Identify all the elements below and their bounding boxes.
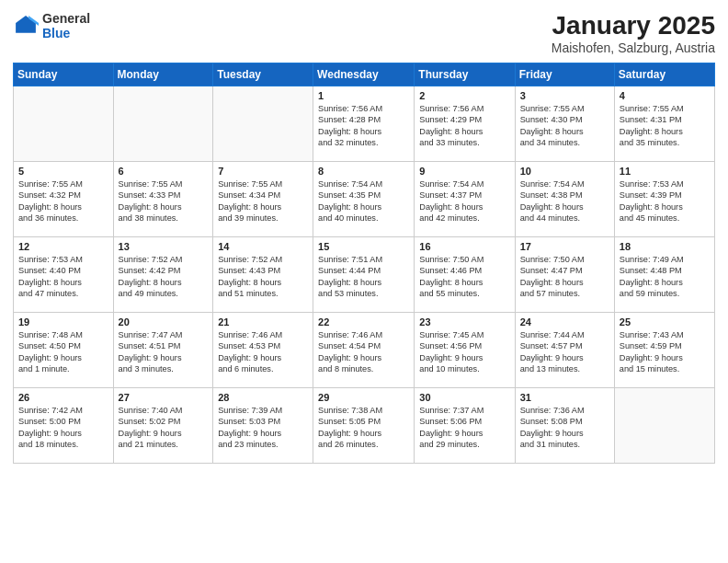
day-info-2-3: Sunrise: 7:51 AM Sunset: 4:44 PM Dayligh…: [318, 254, 409, 300]
calendar-cell-0-2: [213, 86, 313, 162]
header-tuesday: Tuesday: [213, 63, 313, 86]
day-info-3-2: Sunrise: 7:46 AM Sunset: 4:53 PM Dayligh…: [218, 329, 308, 375]
header-thursday: Thursday: [415, 63, 515, 86]
day-info-4-2: Sunrise: 7:39 AM Sunset: 5:03 PM Dayligh…: [218, 405, 308, 451]
day-info-3-5: Sunrise: 7:44 AM Sunset: 4:57 PM Dayligh…: [520, 329, 609, 375]
calendar-cell-0-4: 2Sunrise: 7:56 AM Sunset: 4:29 PM Daylig…: [415, 86, 515, 162]
day-number-2-0: 12: [18, 241, 108, 252]
week-row-2: 12Sunrise: 7:53 AM Sunset: 4:40 PM Dayli…: [14, 237, 715, 313]
day-info-1-3: Sunrise: 7:54 AM Sunset: 4:35 PM Dayligh…: [318, 178, 409, 224]
day-number-3-2: 21: [218, 316, 308, 327]
logo-blue-text: Blue: [42, 26, 90, 40]
day-number-2-6: 18: [620, 241, 710, 252]
day-number-2-2: 14: [218, 241, 308, 252]
calendar-cell-2-6: 18Sunrise: 7:49 AM Sunset: 4:48 PM Dayli…: [614, 237, 714, 313]
calendar-cell-4-5: 31Sunrise: 7:36 AM Sunset: 5:08 PM Dayli…: [515, 388, 614, 464]
title-block: January 2025 Maishofen, Salzburg, Austri…: [552, 11, 715, 55]
calendar-cell-3-2: 21Sunrise: 7:46 AM Sunset: 4:53 PM Dayli…: [213, 313, 313, 388]
header-friday: Friday: [515, 63, 614, 86]
day-number-1-4: 9: [419, 166, 509, 177]
calendar-cell-0-5: 3Sunrise: 7:55 AM Sunset: 4:30 PM Daylig…: [515, 86, 614, 162]
calendar-cell-4-0: 26Sunrise: 7:42 AM Sunset: 5:00 PM Dayli…: [14, 388, 114, 464]
logo: General Blue: [13, 11, 90, 40]
calendar-cell-1-4: 9Sunrise: 7:54 AM Sunset: 4:37 PM Daylig…: [415, 162, 515, 237]
day-number-3-5: 24: [520, 316, 609, 327]
logo-text: General Blue: [42, 11, 90, 40]
day-info-4-0: Sunrise: 7:42 AM Sunset: 5:00 PM Dayligh…: [18, 405, 108, 451]
day-info-0-6: Sunrise: 7:55 AM Sunset: 4:31 PM Dayligh…: [620, 103, 710, 149]
header-sunday: Sunday: [14, 63, 114, 86]
calendar-cell-4-1: 27Sunrise: 7:40 AM Sunset: 5:02 PM Dayli…: [113, 388, 213, 464]
calendar-cell-3-3: 22Sunrise: 7:46 AM Sunset: 4:54 PM Dayli…: [313, 313, 415, 388]
calendar-cell-4-3: 29Sunrise: 7:38 AM Sunset: 5:05 PM Dayli…: [313, 388, 415, 464]
day-info-1-1: Sunrise: 7:55 AM Sunset: 4:33 PM Dayligh…: [119, 178, 209, 224]
header: General Blue January 2025 Maishofen, Sal…: [13, 11, 715, 55]
day-number-2-4: 16: [419, 241, 509, 252]
header-saturday: Saturday: [614, 63, 714, 86]
calendar-cell-0-0: [14, 86, 114, 162]
day-info-3-3: Sunrise: 7:46 AM Sunset: 4:54 PM Dayligh…: [318, 329, 409, 375]
day-info-1-6: Sunrise: 7:53 AM Sunset: 4:39 PM Dayligh…: [620, 178, 710, 224]
day-info-1-2: Sunrise: 7:55 AM Sunset: 4:34 PM Dayligh…: [218, 178, 308, 224]
day-info-2-5: Sunrise: 7:50 AM Sunset: 4:47 PM Dayligh…: [520, 254, 609, 300]
calendar-cell-2-5: 17Sunrise: 7:50 AM Sunset: 4:47 PM Dayli…: [515, 237, 614, 313]
day-number-0-6: 4: [620, 90, 710, 101]
day-info-4-1: Sunrise: 7:40 AM Sunset: 5:02 PM Dayligh…: [119, 405, 209, 451]
day-number-1-6: 11: [620, 166, 710, 177]
day-info-4-3: Sunrise: 7:38 AM Sunset: 5:05 PM Dayligh…: [318, 405, 409, 451]
svg-marker-0: [16, 16, 36, 33]
day-number-4-4: 30: [419, 392, 509, 403]
week-row-3: 19Sunrise: 7:48 AM Sunset: 4:50 PM Dayli…: [14, 313, 715, 388]
calendar-cell-1-3: 8Sunrise: 7:54 AM Sunset: 4:35 PM Daylig…: [313, 162, 415, 237]
week-row-0: 1Sunrise: 7:56 AM Sunset: 4:28 PM Daylig…: [14, 86, 715, 162]
day-number-1-0: 5: [18, 166, 108, 177]
day-number-1-3: 8: [318, 166, 409, 177]
calendar-cell-4-4: 30Sunrise: 7:37 AM Sunset: 5:06 PM Dayli…: [415, 388, 515, 464]
day-number-3-1: 20: [119, 316, 209, 327]
calendar-cell-4-6: [614, 388, 714, 464]
day-number-1-1: 6: [119, 166, 209, 177]
day-info-2-1: Sunrise: 7:52 AM Sunset: 4:42 PM Dayligh…: [119, 254, 209, 300]
calendar-cell-2-0: 12Sunrise: 7:53 AM Sunset: 4:40 PM Dayli…: [14, 237, 114, 313]
day-info-1-0: Sunrise: 7:55 AM Sunset: 4:32 PM Dayligh…: [18, 178, 108, 224]
day-info-4-5: Sunrise: 7:36 AM Sunset: 5:08 PM Dayligh…: [520, 405, 609, 451]
day-info-0-4: Sunrise: 7:56 AM Sunset: 4:29 PM Dayligh…: [419, 103, 509, 149]
calendar-title: January 2025: [552, 11, 715, 40]
calendar-cell-3-5: 24Sunrise: 7:44 AM Sunset: 4:57 PM Dayli…: [515, 313, 614, 388]
calendar-cell-2-2: 14Sunrise: 7:52 AM Sunset: 4:43 PM Dayli…: [213, 237, 313, 313]
calendar-cell-4-2: 28Sunrise: 7:39 AM Sunset: 5:03 PM Dayli…: [213, 388, 313, 464]
day-info-0-3: Sunrise: 7:56 AM Sunset: 4:28 PM Dayligh…: [318, 103, 409, 149]
day-info-3-1: Sunrise: 7:47 AM Sunset: 4:51 PM Dayligh…: [119, 329, 209, 375]
day-number-4-0: 26: [18, 392, 108, 403]
calendar-table: Sunday Monday Tuesday Wednesday Thursday…: [13, 63, 715, 464]
logo-icon: [13, 13, 39, 39]
day-number-4-1: 27: [119, 392, 209, 403]
day-number-0-4: 2: [419, 90, 509, 101]
day-number-2-5: 17: [520, 241, 609, 252]
day-number-4-2: 28: [218, 392, 308, 403]
day-info-2-0: Sunrise: 7:53 AM Sunset: 4:40 PM Dayligh…: [18, 254, 108, 300]
calendar-cell-1-6: 11Sunrise: 7:53 AM Sunset: 4:39 PM Dayli…: [614, 162, 714, 237]
calendar-cell-3-6: 25Sunrise: 7:43 AM Sunset: 4:59 PM Dayli…: [614, 313, 714, 388]
day-number-0-5: 3: [520, 90, 609, 101]
logo-general-text: General: [42, 11, 90, 26]
day-number-4-5: 31: [520, 392, 609, 403]
page: General Blue January 2025 Maishofen, Sal…: [0, 0, 728, 563]
day-info-3-6: Sunrise: 7:43 AM Sunset: 4:59 PM Dayligh…: [620, 329, 710, 375]
calendar-cell-1-0: 5Sunrise: 7:55 AM Sunset: 4:32 PM Daylig…: [14, 162, 114, 237]
calendar-cell-2-4: 16Sunrise: 7:50 AM Sunset: 4:46 PM Dayli…: [415, 237, 515, 313]
day-number-3-4: 23: [419, 316, 509, 327]
day-info-3-4: Sunrise: 7:45 AM Sunset: 4:56 PM Dayligh…: [419, 329, 509, 375]
header-monday: Monday: [113, 63, 213, 86]
day-info-4-4: Sunrise: 7:37 AM Sunset: 5:06 PM Dayligh…: [419, 405, 509, 451]
day-info-2-6: Sunrise: 7:49 AM Sunset: 4:48 PM Dayligh…: [620, 254, 710, 300]
header-wednesday: Wednesday: [313, 63, 415, 86]
calendar-cell-0-6: 4Sunrise: 7:55 AM Sunset: 4:31 PM Daylig…: [614, 86, 714, 162]
day-number-3-6: 25: [620, 316, 710, 327]
day-number-4-3: 29: [318, 392, 409, 403]
day-number-2-3: 15: [318, 241, 409, 252]
calendar-cell-2-3: 15Sunrise: 7:51 AM Sunset: 4:44 PM Dayli…: [313, 237, 415, 313]
calendar-cell-0-1: [113, 86, 213, 162]
day-number-1-5: 10: [520, 166, 609, 177]
calendar-cell-1-1: 6Sunrise: 7:55 AM Sunset: 4:33 PM Daylig…: [113, 162, 213, 237]
